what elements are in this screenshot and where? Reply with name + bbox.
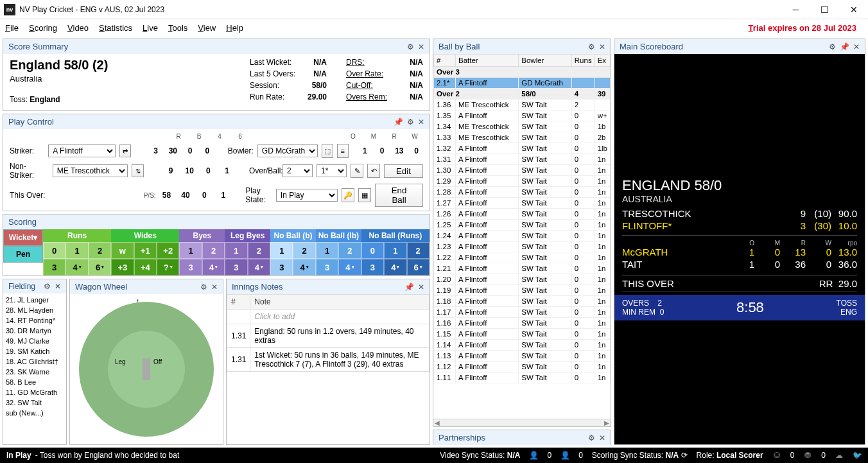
gear-icon[interactable]: ⚙: [44, 282, 51, 291]
playstate-select[interactable]: In Play: [276, 189, 338, 202]
score-btn[interactable]: 1: [270, 242, 293, 259]
ball-row[interactable]: 1.30A FlintoffSW Tait01n: [434, 165, 611, 176]
ball-row[interactable]: 1.12A FlintoffSW Tait01n: [434, 362, 611, 372]
menu-scoring[interactable]: Scoring: [29, 23, 57, 33]
ball-row[interactable]: 1.22A FlintoffSW Tait01n: [434, 252, 611, 263]
current-ball-row[interactable]: 2.1*A FlintoffGD McGrath: [434, 78, 611, 89]
nonstriker-select[interactable]: ME Trescothick: [53, 164, 128, 177]
menu-statistics[interactable]: Statistics: [99, 23, 132, 33]
score-btn[interactable]: 2: [89, 242, 111, 259]
score-btn[interactable]: 4▾: [293, 259, 315, 275]
score-btn[interactable]: 1: [316, 242, 338, 259]
ball-row[interactable]: 1.33ME TrescothickSW Tait02b: [434, 132, 611, 143]
ball-row[interactable]: 1.18A FlintoffSW Tait01n: [434, 296, 611, 307]
menu-view[interactable]: View: [198, 23, 216, 33]
close-icon[interactable]: ✕: [599, 42, 605, 51]
close-icon[interactable]: ✕: [853, 42, 860, 51]
score-btn[interactable]: 2: [293, 242, 315, 259]
close-button[interactable]: ✕: [839, 0, 868, 19]
score-btn[interactable]: ?▾: [157, 259, 179, 275]
ball-row[interactable]: 1.34ME TrescothickSW Tait01b: [434, 121, 611, 132]
fielder-item[interactable]: 23. SK Warne: [6, 368, 64, 376]
fielder-item[interactable]: 14. RT Ponting*: [6, 317, 64, 324]
menu-tools[interactable]: Tools: [168, 23, 187, 33]
wagon-wheel[interactable]: ↑ Leg Off: [70, 294, 223, 444]
penalty-button[interactable]: Pen: [3, 246, 43, 263]
score-btn[interactable]: 3: [43, 259, 65, 275]
pin-icon[interactable]: 📌: [840, 42, 849, 51]
menu-video[interactable]: Video: [67, 23, 89, 33]
fielder-item[interactable]: sub (New...): [6, 409, 64, 417]
score-btn[interactable]: 1: [384, 242, 406, 259]
close-icon[interactable]: ✕: [418, 118, 424, 127]
ball-row[interactable]: 1.35A FlintoffSW Tait0w+: [434, 110, 611, 121]
fielder-item[interactable]: 30. DR Martyn: [6, 327, 64, 335]
close-icon[interactable]: ✕: [55, 282, 61, 291]
ball-row[interactable]: 1.15A FlintoffSW Tait01n: [434, 329, 611, 340]
nb-icon[interactable]: ⬚: [322, 144, 333, 158]
score-btn[interactable]: 2: [338, 242, 361, 259]
close-icon[interactable]: ✕: [211, 283, 218, 292]
ball-row[interactable]: 1.14A FlintoffSW Tait01n: [434, 340, 611, 351]
gear-icon[interactable]: ⚙: [588, 433, 595, 442]
ball-row[interactable]: 1.26A FlintoffSW Tait01n: [434, 209, 611, 220]
score-btn[interactable]: 4▾: [248, 259, 270, 275]
score-btn[interactable]: +4: [134, 259, 157, 275]
bars-icon[interactable]: ≡: [337, 144, 349, 158]
score-btn[interactable]: 0: [43, 242, 65, 259]
maximize-button[interactable]: ☐: [810, 0, 839, 19]
pin-icon[interactable]: 📌: [394, 118, 403, 127]
fielder-item[interactable]: 32. SW Tait: [6, 399, 64, 406]
gear-icon[interactable]: ⚙: [407, 118, 414, 127]
ball-row[interactable]: 1.17A FlintoffSW Tait01n: [434, 307, 611, 318]
ball-row[interactable]: 1.19A FlintoffSW Tait01n: [434, 285, 611, 296]
gear-icon[interactable]: ⚙: [200, 283, 207, 292]
fielder-item[interactable]: 18. AC Gilchrist†: [6, 358, 64, 365]
add-note-input[interactable]: Click to add: [250, 310, 430, 324]
fielder-item[interactable]: 19. SM Katich: [6, 347, 64, 355]
pin-icon[interactable]: 📌: [404, 283, 414, 292]
pencil-icon[interactable]: ✎: [351, 164, 363, 178]
grid-icon[interactable]: ▦: [358, 188, 371, 202]
score-btn[interactable]: 2: [248, 242, 270, 259]
score-btn[interactable]: 3: [270, 259, 293, 275]
menu-help[interactable]: Help: [226, 23, 243, 33]
key-icon[interactable]: 🔑: [342, 188, 354, 202]
ball-row[interactable]: 1.21A FlintoffSW Tait01n: [434, 263, 611, 274]
horizontal-scroller[interactable]: ◀▶: [433, 419, 611, 426]
ball-row[interactable]: 1.23A FlintoffSW Tait01n: [434, 241, 611, 252]
score-btn[interactable]: 1: [179, 242, 202, 259]
end-ball-button[interactable]: End Ball: [375, 184, 423, 207]
fielder-item[interactable]: 11. GD McGrath: [6, 389, 64, 396]
menu-live[interactable]: Live: [143, 23, 158, 33]
close-icon[interactable]: ✕: [418, 42, 424, 51]
ball-row[interactable]: 1.25A FlintoffSW Tait01n: [434, 220, 611, 231]
score-btn[interactable]: 4▾: [202, 259, 225, 275]
fielder-item[interactable]: 21. JL Langer: [6, 296, 64, 304]
gear-icon[interactable]: ⚙: [407, 42, 414, 51]
ball-row[interactable]: 1.27A FlintoffSW Tait01n: [434, 198, 611, 209]
wicket-button[interactable]: Wicket ▾: [3, 229, 43, 246]
bowler-select[interactable]: GD McGrath: [257, 144, 318, 157]
close-icon[interactable]: ✕: [418, 283, 424, 292]
innings-note-row[interactable]: 1.311st Wicket: 50 runs in 36 balls, 149…: [227, 348, 430, 372]
swap-nonstriker-button[interactable]: ⇅: [132, 164, 144, 177]
score-btn[interactable]: +3: [111, 259, 134, 275]
score-btn[interactable]: 3: [361, 259, 384, 275]
fielder-item[interactable]: 58. B Lee: [6, 378, 64, 386]
score-btn[interactable]: 0: [361, 242, 384, 259]
fielder-item[interactable]: 49. MJ Clarke: [6, 337, 64, 345]
ball-row[interactable]: 1.28A FlintoffSW Tait01n: [434, 187, 611, 198]
score-btn[interactable]: 6▾: [407, 259, 430, 275]
score-btn[interactable]: 6▾: [89, 259, 111, 275]
score-btn[interactable]: 1: [65, 242, 88, 259]
ball-row[interactable]: 1.16A FlintoffSW Tait01n: [434, 318, 611, 329]
close-icon[interactable]: ✕: [599, 433, 605, 442]
score-btn[interactable]: 3: [316, 259, 338, 275]
score-btn[interactable]: 4▾: [65, 259, 88, 275]
over-select[interactable]: 2: [282, 164, 313, 177]
innings-note-row[interactable]: 1.31England: 50 runs in 1.2 overs, 149 m…: [227, 324, 430, 348]
ball-row[interactable]: 1.36ME TrescothickSW Tait2: [434, 100, 611, 110]
striker-select[interactable]: A Flintoff: [48, 144, 116, 157]
score-btn[interactable]: 2: [407, 242, 430, 259]
